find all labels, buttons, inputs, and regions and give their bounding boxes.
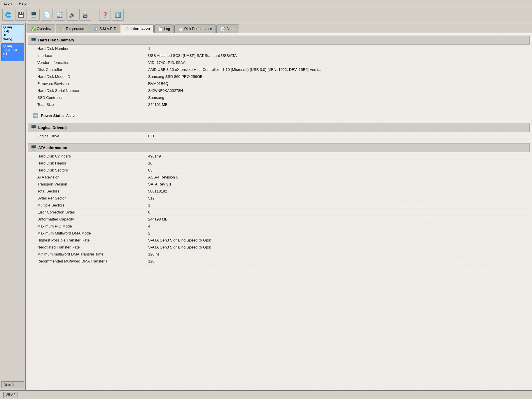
smart-icon: ➡️	[93, 27, 98, 31]
table-row: Hard Disk Number 1	[28, 45, 530, 52]
toolbar: 🌐 💾 🖥️ 📄 🔄 🔊 🖨️ ❓ ℹ️	[0, 7, 532, 23]
menu-bar: ation Help	[0, 0, 532, 7]
table-row: Total Size 244191 MB	[28, 101, 530, 108]
table-row: Hard Disk Cylinders 496149	[28, 153, 530, 160]
log-icon: 📋	[158, 27, 163, 31]
section-header-ata: 🖥️ ATA Information	[28, 143, 530, 152]
tab-temperature[interactable]: ✏️ Temperature	[56, 24, 89, 33]
toolbar-btn-0[interactable]: 🌐	[2, 9, 14, 21]
information-icon: 🖱️	[125, 26, 130, 31]
hdd-summary-table: Hard Disk Number 1 Interface USB Attache…	[28, 45, 530, 108]
table-row-firmware: Firmware Revision RVM01B6Q	[28, 80, 530, 87]
table-row: Maximum PIO Mode 4	[28, 223, 530, 230]
table-row: Error Correction Bytes 0	[28, 209, 530, 216]
disk-performance-icon: ⏱️	[178, 27, 183, 31]
tab-overview[interactable]: ✅ Overview	[27, 24, 55, 33]
status-bar: 25:A2	[0, 390, 532, 399]
toolbar-btn-help[interactable]: ❓	[99, 9, 111, 21]
toolbar-btn-3[interactable]: 📄	[41, 9, 52, 21]
tab-alerts[interactable]: 📝 Alerts	[216, 24, 239, 33]
main-layout: 5,9 GB) D04] : 0 covery] 8,5 GB) P) SAT …	[0, 23, 532, 390]
ata-info-table: Hard Disk Cylinders 496149 Hard Disk Hea…	[28, 153, 530, 265]
table-row: Multiple Sectors 1	[28, 202, 530, 209]
table-row: Logical Drive EFI	[28, 133, 530, 140]
sidebar-item-0[interactable]: 5,9 GB) D04] : 0 covery]	[1, 24, 24, 42]
toolbar-btn-1[interactable]: 💾	[15, 9, 27, 21]
tabs: ✅ Overview ✏️ Temperature ➡️ S.M.A.R.T. …	[26, 23, 532, 33]
table-row: ATA Revision ACS-4 Revision 5	[28, 174, 530, 181]
menu-help[interactable]: Help	[18, 1, 28, 6]
power-icon: ➡️	[33, 113, 38, 118]
ata-section-icon: 🖥️	[31, 145, 36, 150]
logical-section-icon: 🖥️	[31, 125, 36, 130]
menu-ation[interactable]: ation	[2, 1, 13, 6]
power-state-row: ➡️ Power State: Active	[28, 112, 530, 120]
temperature-icon: ✏️	[60, 27, 64, 31]
toolbar-btn-4[interactable]: 🔄	[54, 9, 65, 21]
table-row: Hard Disk Model ID Samsung SSD 860 PRO 2…	[28, 73, 530, 80]
table-row: Vendor Information VID: 174C, PID: 55AA	[28, 59, 530, 66]
section-header-hdd: 🖥️ Hard Disk Summary	[28, 36, 530, 45]
sidebar: 5,9 GB) D04] : 0 covery] 8,5 GB) P) SAT …	[0, 23, 26, 390]
sidebar-disk-status: Disk: 0	[1, 382, 24, 388]
power-state-value: Active	[66, 113, 76, 118]
sidebar-item-1[interactable]: 8,5 GB) P) SAT Sta k: 1 I]	[1, 43, 24, 61]
table-row: Recommended Multiword DMA Transfer T... …	[28, 258, 530, 265]
toolbar-btn-info[interactable]: ℹ️	[112, 9, 124, 21]
toolbar-btn-2[interactable]: 🖥️	[28, 9, 40, 21]
table-row: Hard Disk Heads 16	[28, 160, 530, 167]
table-row: SSD Controller Samsung	[28, 94, 530, 101]
logical-drives-table: Logical Drive EFI	[28, 133, 530, 140]
tab-information[interactable]: 🖱️ Information	[121, 24, 154, 33]
info-panel[interactable]: 🖥️ Hard Disk Summary Hard Disk Number 1 …	[26, 33, 532, 390]
table-row: Transport Version SATA Rev 3.1	[28, 181, 530, 188]
table-row: Hard Disk Serial Number S42VNF0KA00278N	[28, 87, 530, 94]
table-row: Maximum Multiword DMA Mode 2	[28, 230, 530, 237]
status-time: 25:A2	[4, 392, 18, 398]
tab-log[interactable]: 📋 Log	[154, 24, 174, 33]
toolbar-btn-6[interactable]: 🖨️	[79, 9, 91, 21]
tab-disk-performance[interactable]: ⏱️ Disk Performance	[174, 24, 216, 33]
content-area: ✅ Overview ✏️ Temperature ➡️ S.M.A.R.T. …	[26, 23, 532, 390]
table-row: Negotiated Transfer Rate S-ATA Gen3 Sign…	[28, 244, 530, 251]
power-state-label: Power State:	[41, 113, 64, 118]
table-row: Unformatted Capacity 244198 MB	[28, 216, 530, 223]
table-row: Bytes Per Sector 512	[28, 195, 530, 202]
table-row: Hard Disk Sectors 63	[28, 167, 530, 174]
alerts-icon: 📝	[220, 27, 225, 31]
overview-icon: ✅	[31, 27, 36, 31]
table-row: Total Sectors 500118192	[28, 188, 530, 195]
table-row: Disk Controller AMD USB 3.10 eXtensible …	[28, 66, 530, 73]
section-header-logical: 🖥️ Logical Drive(s)	[28, 123, 530, 132]
toolbar-btn-5[interactable]: 🔊	[66, 9, 78, 21]
table-row: Minimum multiword DMA Transfer Time 120 …	[28, 251, 530, 258]
table-row: Highest Possible Transfer Rate S-ATA Gen…	[28, 237, 530, 244]
table-row: Interface USB Attached SCSI (UASP) SAT S…	[28, 52, 530, 59]
tab-smart[interactable]: ➡️ S.M.A.R.T.	[90, 24, 120, 33]
hdd-section-icon: 🖥️	[31, 37, 36, 43]
